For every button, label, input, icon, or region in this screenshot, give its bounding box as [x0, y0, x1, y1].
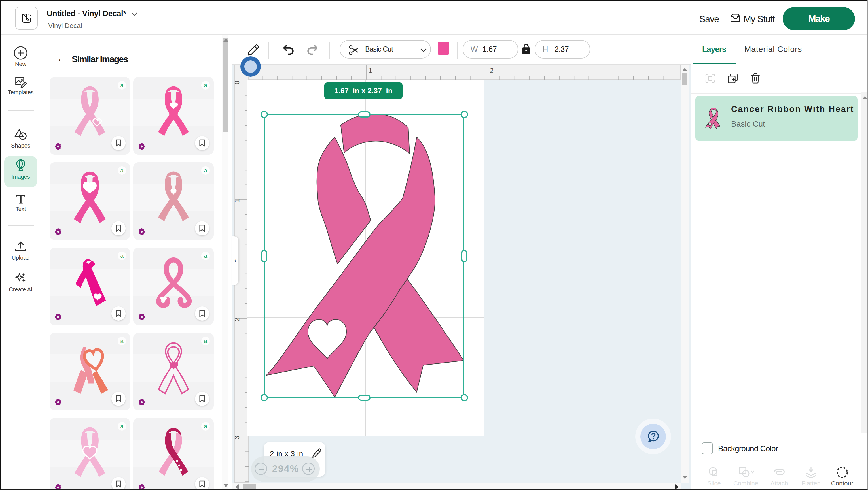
svg-text:0: 0 — [235, 81, 241, 85]
svg-text:1: 1 — [235, 199, 241, 203]
svg-text:2: 2 — [490, 67, 494, 74]
svg-text:2: 2 — [235, 318, 241, 321]
svg-text:1: 1 — [369, 67, 372, 74]
svg-text:3: 3 — [235, 436, 241, 439]
